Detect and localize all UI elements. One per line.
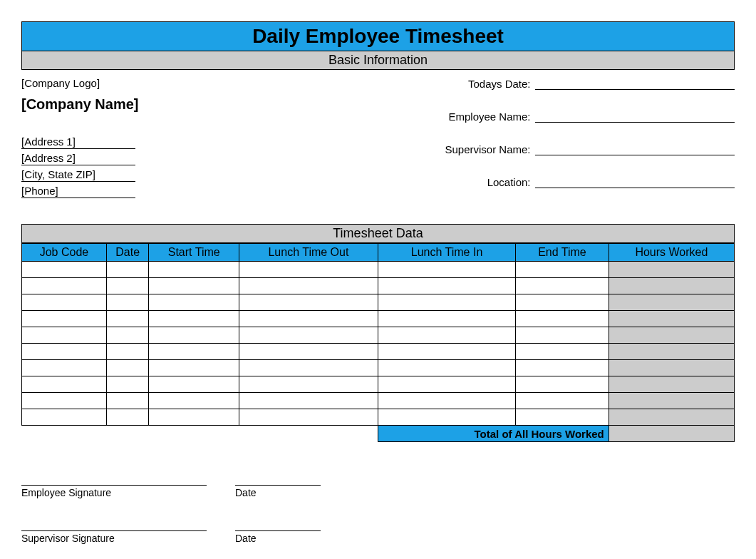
table-cell[interactable] (516, 409, 609, 426)
supervisor-signature-line[interactable]: Supervisor Signature (21, 530, 207, 544)
table-cell[interactable] (106, 409, 149, 426)
table-row (22, 376, 735, 393)
table-cell[interactable] (106, 278, 149, 294)
table-cell[interactable] (239, 360, 378, 376)
table-cell[interactable] (609, 278, 734, 294)
table-cell[interactable] (106, 344, 149, 360)
table-cell[interactable] (239, 262, 378, 278)
table-cell[interactable] (609, 327, 734, 344)
supervisor-signature-date[interactable]: Date (235, 530, 321, 544)
phone-field[interactable]: [Phone] (21, 183, 135, 198)
table-cell[interactable] (378, 327, 515, 344)
table-cell[interactable] (239, 278, 378, 294)
table-cell[interactable] (22, 311, 107, 327)
table-cell[interactable] (22, 294, 107, 311)
table-cell[interactable] (149, 344, 239, 360)
table-cell[interactable] (378, 262, 515, 278)
signature-area: Employee Signature Date Supervisor Signa… (21, 485, 735, 559)
address2-field[interactable]: [Address 2] (21, 150, 135, 165)
col-lunch-out: Lunch Time Out (239, 244, 378, 262)
table-cell[interactable] (378, 376, 515, 393)
table-cell[interactable] (149, 393, 239, 409)
table-cell[interactable] (516, 311, 609, 327)
table-cell[interactable] (149, 311, 239, 327)
total-hours-cell[interactable] (609, 426, 734, 442)
table-cell[interactable] (609, 311, 734, 327)
table-cell[interactable] (239, 344, 378, 360)
supervisor-name-label: Supervisor Name: (393, 143, 535, 155)
table-cell[interactable] (609, 393, 734, 409)
table-cell[interactable] (609, 344, 734, 360)
table-cell[interactable] (239, 327, 378, 344)
document-title: Daily Employee Timesheet (21, 21, 735, 51)
table-row (22, 311, 735, 327)
table-cell[interactable] (378, 278, 515, 294)
table-cell[interactable] (378, 393, 515, 409)
table-cell[interactable] (516, 262, 609, 278)
col-hours-worked: Hours Worked (609, 244, 734, 262)
table-cell[interactable] (516, 294, 609, 311)
table-cell[interactable] (516, 376, 609, 393)
table-cell[interactable] (22, 409, 107, 426)
table-cell[interactable] (516, 344, 609, 360)
table-cell[interactable] (22, 393, 107, 409)
table-cell[interactable] (106, 327, 149, 344)
col-date: Date (106, 244, 149, 262)
location-label: Location: (393, 176, 535, 188)
col-job-code: Job Code (22, 244, 107, 262)
todays-date-field[interactable] (535, 77, 735, 90)
table-cell[interactable] (22, 327, 107, 344)
table-cell[interactable] (239, 409, 378, 426)
table-cell[interactable] (149, 360, 239, 376)
table-cell[interactable] (609, 376, 734, 393)
table-cell[interactable] (149, 409, 239, 426)
table-cell[interactable] (106, 393, 149, 409)
table-cell[interactable] (149, 376, 239, 393)
table-cell[interactable] (149, 262, 239, 278)
table-cell[interactable] (149, 294, 239, 311)
city-state-zip-field[interactable]: [City, State ZIP] (21, 167, 135, 182)
table-cell[interactable] (516, 393, 609, 409)
table-cell[interactable] (106, 262, 149, 278)
table-cell[interactable] (516, 327, 609, 344)
table-row (22, 294, 735, 311)
table-cell[interactable] (609, 409, 734, 426)
table-cell[interactable] (609, 294, 734, 311)
table-cell[interactable] (149, 278, 239, 294)
table-cell[interactable] (239, 294, 378, 311)
employee-signature-line[interactable]: Employee Signature (21, 485, 207, 498)
total-blank (22, 426, 378, 442)
location-field[interactable] (535, 175, 735, 188)
employee-signature-date[interactable]: Date (235, 485, 321, 498)
table-cell[interactable] (378, 409, 515, 426)
table-cell[interactable] (239, 393, 378, 409)
table-cell[interactable] (378, 311, 515, 327)
table-cell[interactable] (609, 360, 734, 376)
table-cell[interactable] (378, 294, 515, 311)
table-cell[interactable] (378, 344, 515, 360)
table-cell[interactable] (22, 262, 107, 278)
table-cell[interactable] (22, 376, 107, 393)
table-cell[interactable] (22, 344, 107, 360)
table-cell[interactable] (22, 360, 107, 376)
company-name: [Company Name] (21, 96, 342, 113)
total-label: Total of All Hours Worked (378, 426, 609, 442)
table-cell[interactable] (516, 360, 609, 376)
table-cell[interactable] (106, 376, 149, 393)
supervisor-name-field[interactable] (535, 143, 735, 155)
table-cell[interactable] (239, 376, 378, 393)
employee-name-field[interactable] (535, 110, 735, 123)
table-cell[interactable] (378, 360, 515, 376)
table-cell[interactable] (106, 311, 149, 327)
address1-field[interactable]: [Address 1] (21, 134, 135, 149)
table-cell[interactable] (239, 311, 378, 327)
table-cell[interactable] (22, 278, 107, 294)
table-cell[interactable] (516, 278, 609, 294)
table-row (22, 409, 735, 426)
col-lunch-in: Lunch Time In (378, 244, 515, 262)
table-cell[interactable] (149, 327, 239, 344)
table-cell[interactable] (609, 262, 734, 278)
timesheet-table: Job Code Date Start Time Lunch Time Out … (21, 243, 735, 442)
table-cell[interactable] (106, 294, 149, 311)
table-cell[interactable] (106, 360, 149, 376)
